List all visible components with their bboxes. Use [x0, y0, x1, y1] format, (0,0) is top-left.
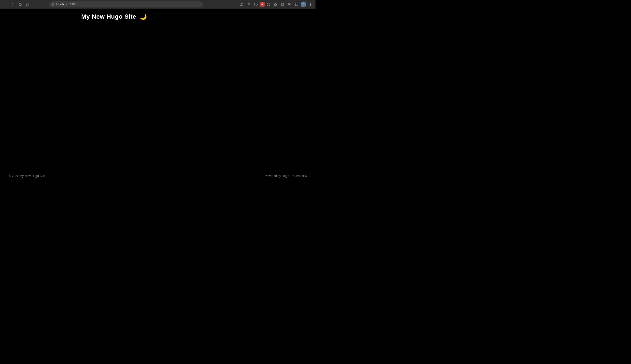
layout-icon[interactable] — [294, 1, 300, 8]
address-bar[interactable]: localhost:1313 — [49, 1, 203, 8]
browser-toolbar: localhost:1313 P A — [0, 0, 316, 9]
powered-by-text: Powered by Hugo — [265, 174, 289, 178]
copyright-text: © 2022 My New Hugo Site — [9, 174, 45, 178]
forward-button[interactable] — [10, 1, 16, 8]
extension4-icon[interactable] — [273, 1, 279, 8]
site-content: My New Hugo Site 🌙 © 2022 My New Hugo Si… — [0, 9, 316, 182]
extension3-icon[interactable] — [265, 1, 272, 8]
profile-avatar[interactable]: A — [301, 2, 306, 7]
svg-rect-9 — [295, 3, 298, 6]
svg-rect-5 — [276, 3, 277, 4]
back-button[interactable] — [2, 1, 8, 8]
toolbar-right: P A — [239, 1, 313, 8]
site-header: My New Hugo Site 🌙 — [0, 9, 316, 24]
svg-rect-0 — [53, 4, 54, 5]
svg-rect-4 — [274, 3, 275, 4]
site-title[interactable]: My New Hugo Site — [81, 13, 136, 20]
svg-point-2 — [267, 3, 270, 6]
avatar-initial: A — [303, 3, 304, 6]
extension2-icon[interactable]: P — [260, 2, 265, 7]
upload-icon[interactable] — [239, 1, 245, 8]
svg-point-12 — [310, 5, 310, 6]
url-text: localhost:1313 — [56, 3, 200, 6]
site-footer: © 2022 My New Hugo Site Powered by Hugo … — [0, 170, 316, 182]
home-button[interactable] — [25, 1, 31, 8]
bookmark-star-icon[interactable] — [246, 1, 252, 8]
svg-point-10 — [310, 3, 310, 4]
theme-name[interactable]: Paper 6 — [296, 174, 307, 178]
theme-text: ▷ Paper 6 — [293, 174, 307, 178]
settings-icon[interactable] — [280, 1, 286, 8]
footer-right: Powered by Hugo ▷ Paper 6 — [265, 174, 307, 178]
lock-icon — [52, 3, 55, 6]
extension1-icon[interactable] — [253, 1, 259, 8]
theme-arrow-icon: ▷ — [293, 174, 295, 178]
svg-point-8 — [282, 4, 283, 5]
svg-rect-6 — [274, 4, 275, 6]
dark-mode-toggle[interactable]: 🌙 — [140, 14, 147, 20]
extensions-puzzle-icon[interactable] — [287, 1, 293, 8]
menu-icon[interactable] — [307, 1, 313, 8]
reload-button[interactable] — [17, 1, 23, 8]
site-main — [0, 24, 316, 170]
svg-point-11 — [310, 4, 310, 4]
svg-point-3 — [268, 4, 269, 5]
svg-rect-7 — [276, 4, 277, 6]
